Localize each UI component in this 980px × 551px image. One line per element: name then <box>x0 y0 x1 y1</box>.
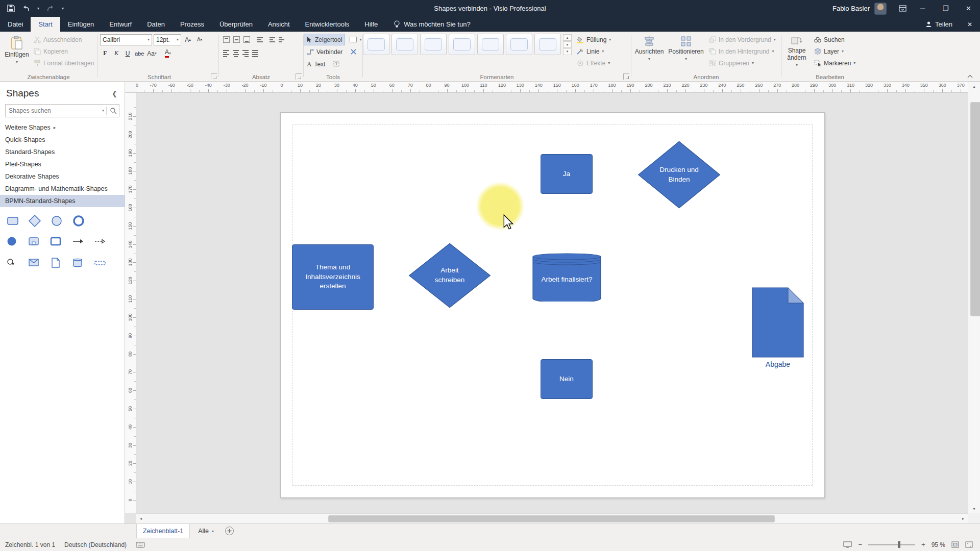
tell-me-box[interactable]: Was möchten Sie tun? <box>394 17 470 32</box>
bpmn-data-store-icon[interactable] <box>71 256 86 271</box>
shape-drucken-und-binden[interactable]: Drucken und Binden <box>638 141 721 209</box>
stencil-quick-shapes[interactable]: Quick-Shapes <box>0 134 125 146</box>
gallery-down-icon[interactable]: ▾ <box>563 41 572 48</box>
copy-button[interactable]: Kopieren <box>34 45 94 57</box>
scroll-up-icon[interactable]: ▴ <box>968 82 980 91</box>
shape-arbeit-schreiben[interactable]: Arbeit schreiben <box>408 243 491 308</box>
shape-style-thumb[interactable] <box>506 34 532 55</box>
stencil-weitere-shapes[interactable]: Weitere Shapes▸ <box>0 121 125 134</box>
sheet-all-button[interactable]: Alle ▴ <box>190 528 222 535</box>
tab-start[interactable]: Start <box>31 17 60 32</box>
stencil-diagramm-und-mathematik-shapes[interactable]: Diagramm- und Mathematik-Shapes <box>0 183 125 195</box>
bpmn-start-event-icon[interactable] <box>49 213 64 229</box>
user-name[interactable]: Fabio Basler <box>832 5 870 12</box>
effects-button[interactable]: Effekte▾ <box>577 57 611 69</box>
scroll-left-icon[interactable]: ◂ <box>136 514 145 523</box>
maximize-button[interactable]: ❐ <box>934 0 957 17</box>
shape-abgabe[interactable]: Abgabe <box>752 287 804 358</box>
change-shape-button[interactable]: Shape ändern ▾ <box>782 34 811 67</box>
tab-datei[interactable]: Datei <box>0 17 31 32</box>
format-painter-button[interactable]: Format übertragen <box>34 57 94 69</box>
horizontal-scroll-thumb[interactable] <box>328 515 775 522</box>
send-to-back-button[interactable]: In den Hintergrund▾ <box>709 45 776 57</box>
bpmn-collapsed-subprocess-icon[interactable] <box>27 235 42 250</box>
tab-entwicklertools[interactable]: Entwicklertools <box>298 17 357 32</box>
layers-button[interactable]: Layer▾ <box>814 45 855 57</box>
shape-style-thumb[interactable] <box>534 34 561 55</box>
cut-button[interactable]: Ausschneiden <box>34 34 94 45</box>
presentation-mode-icon[interactable] <box>843 541 852 548</box>
horizontal-scrollbar[interactable]: ◂ ▸ <box>136 513 968 523</box>
shape-ja[interactable]: Ja <box>541 154 593 194</box>
text-tool-button[interactable]: A Text <box>304 58 328 70</box>
shape-styles-dialog-launcher-icon[interactable] <box>623 73 629 80</box>
search-dropdown-icon[interactable]: ▾ <box>100 109 106 113</box>
group-button[interactable]: Gruppieren▾ <box>709 57 776 69</box>
select-button[interactable]: Markieren▾ <box>814 57 855 69</box>
align-button[interactable]: Ausrichten ▾ <box>633 34 665 61</box>
zoom-out-button[interactable]: − <box>858 541 862 548</box>
underline-button[interactable]: U <box>122 48 133 59</box>
zoom-slider-thumb[interactable] <box>898 541 900 548</box>
tab-daten[interactable]: Daten <box>139 17 173 32</box>
change-case-button[interactable]: Aa▾ <box>146 48 158 59</box>
scroll-down-icon[interactable]: ▾ <box>968 504 980 513</box>
stencil-bpmn-standard-shapes[interactable]: BPMN-Standard-Shapes <box>0 195 125 207</box>
italic-button[interactable]: K <box>111 48 121 59</box>
font-color-button[interactable]: A▾ <box>163 48 173 59</box>
font-name-select[interactable]: Calibri▾ <box>100 34 152 45</box>
shapes-search-input[interactable] <box>6 107 100 114</box>
align-middle-icon[interactable] <box>233 36 240 43</box>
paragraph-dialog-launcher-icon[interactable] <box>296 73 302 80</box>
tab-entwurf[interactable]: Entwurf <box>102 17 139 32</box>
shape-nein[interactable]: Nein <box>541 359 593 399</box>
align-bottom-icon[interactable] <box>243 36 250 43</box>
full-screen-icon[interactable] <box>965 541 973 548</box>
bpmn-loop-marker-icon[interactable] <box>5 256 20 271</box>
bpmn-end-event-icon[interactable] <box>71 213 86 229</box>
zoom-slider[interactable] <box>868 544 915 545</box>
collapse-panel-icon[interactable]: ❮ <box>112 90 117 97</box>
tab-prozess[interactable]: Prozess <box>173 17 212 32</box>
tab-einfügen[interactable]: Einfügen <box>60 17 102 32</box>
align-left-icon[interactable] <box>223 50 229 57</box>
share-button[interactable]: Teilen <box>918 20 960 28</box>
align-right-icon[interactable] <box>242 50 249 57</box>
minimize-button[interactable]: ─ <box>911 0 934 17</box>
pointer-tool-button[interactable]: Zeigertool <box>304 34 345 45</box>
stencil-pfeil-shapes[interactable]: Pfeil-Shapes <box>0 158 125 170</box>
bpmn-task-icon[interactable] <box>5 213 20 229</box>
connector-tool-button[interactable]: Verbinder <box>304 46 346 58</box>
sheet-tab-zeichenblatt-1[interactable]: Zeichenblatt-1 <box>136 524 190 538</box>
fit-page-icon[interactable] <box>951 541 959 548</box>
add-page-button[interactable] <box>225 527 234 535</box>
collapse-ribbon-icon[interactable] <box>967 74 973 78</box>
position-button[interactable]: Positionieren ▾ <box>667 34 705 61</box>
font-dialog-launcher-icon[interactable] <box>211 73 217 80</box>
align-center-icon[interactable] <box>233 50 239 57</box>
vertical-scroll-thumb[interactable] <box>970 102 980 316</box>
bpmn-gateway-icon[interactable] <box>27 213 42 229</box>
gallery-more-icon[interactable]: ▾ <box>563 48 572 55</box>
tabrow-close-icon[interactable]: ✕ <box>960 21 980 28</box>
line-button[interactable]: Linie▾ <box>577 45 611 57</box>
grow-font-button[interactable]: A▴ <box>183 34 193 45</box>
tab-ansicht[interactable]: Ansicht <box>260 17 298 32</box>
gallery-up-icon[interactable]: ▴ <box>563 34 572 41</box>
shape-arbeit-finalisiert[interactable]: Arbeit finalisiert? <box>532 248 602 302</box>
font-size-select[interactable]: 12pt.▾ <box>154 34 181 45</box>
shape-style-thumb[interactable] <box>420 34 447 55</box>
bullets-icon[interactable] <box>257 37 263 42</box>
paste-button[interactable]: Einfügen ▾ <box>2 34 32 64</box>
undo-dropdown-icon[interactable]: ▾ <box>37 7 39 11</box>
shape-style-thumb[interactable] <box>391 34 418 55</box>
vertical-scrollbar[interactable]: ▴ ▾ <box>968 82 980 513</box>
ribbon-display-options-icon[interactable] <box>894 0 911 17</box>
keyboard-icon[interactable] <box>136 542 145 548</box>
tab-hilfe[interactable]: Hilfe <box>357 17 385 32</box>
search-icon[interactable] <box>107 107 119 114</box>
find-button[interactable]: Suchen <box>814 34 855 45</box>
scroll-right-icon[interactable]: ▸ <box>959 514 968 523</box>
tab-überprüfen[interactable]: Überprüfen <box>212 17 260 32</box>
strikethrough-button[interactable]: abe <box>134 48 145 59</box>
